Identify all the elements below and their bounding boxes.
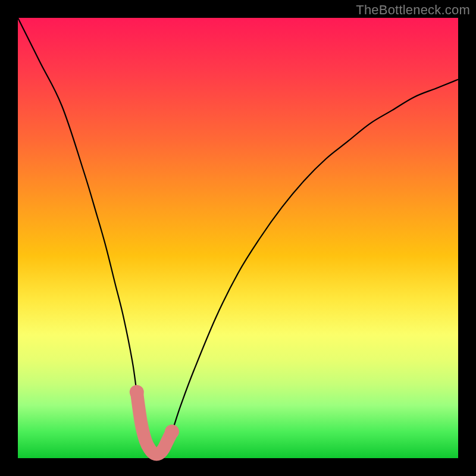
highlight-dot: [165, 425, 179, 439]
watermark-text: TheBottleneck.com: [356, 2, 470, 18]
mismatch-curve: [18, 18, 458, 455]
chart-overlay: [18, 18, 458, 458]
chart-frame: TheBottleneck.com: [0, 0, 476, 476]
highlight-range: [137, 392, 172, 455]
highlight-dot: [130, 385, 144, 399]
